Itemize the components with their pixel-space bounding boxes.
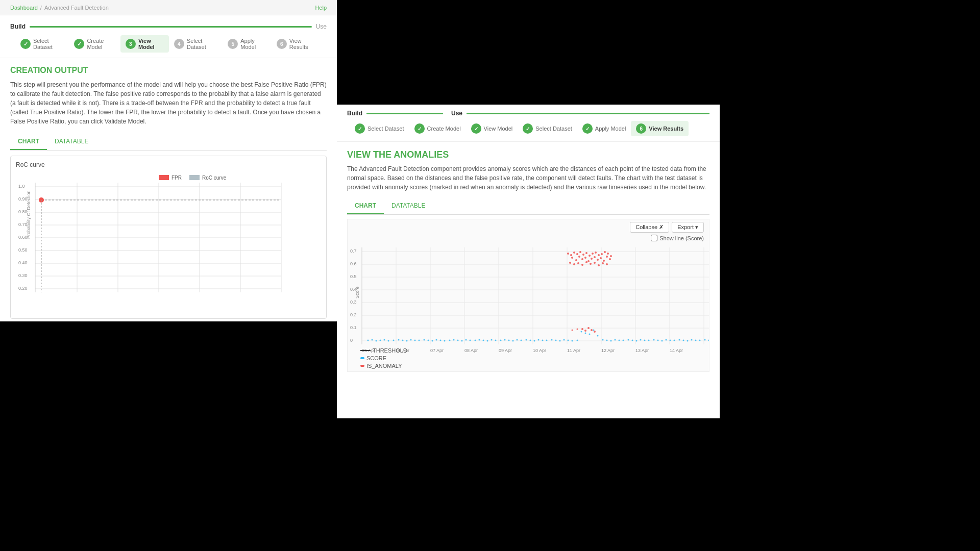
- tab-chart[interactable]: CHART: [10, 134, 47, 150]
- anomaly-dots: [567, 251, 612, 333]
- svg-point-97: [479, 339, 480, 341]
- svg-point-144: [679, 339, 680, 341]
- svg-text:0.5: 0.5: [350, 274, 357, 279]
- svg-point-118: [568, 340, 569, 341]
- right-tab-datatable[interactable]: DATATABLE: [384, 198, 433, 214]
- svg-text:14 Apr: 14 Apr: [670, 348, 683, 353]
- svg-point-123: [589, 334, 591, 335]
- score-label: SCORE: [366, 355, 386, 361]
- svg-point-127: [606, 340, 608, 341]
- svg-point-196: [572, 330, 573, 331]
- right-tab-chart[interactable]: CHART: [347, 198, 384, 214]
- svg-point-74: [380, 340, 381, 341]
- creation-output-title: CREATION OUTPUT: [10, 66, 327, 75]
- svg-point-184: [581, 264, 583, 266]
- right-step-5[interactable]: ✓ Apply Model: [577, 121, 631, 136]
- svg-text:0.50: 0.50: [18, 247, 28, 253]
- svg-point-169: [575, 259, 577, 261]
- threshold-line: [360, 350, 371, 351]
- svg-point-130: [619, 340, 620, 341]
- svg-point-189: [602, 262, 604, 264]
- right-step-1[interactable]: ✓ Select Dataset: [350, 121, 409, 136]
- svg-point-104: [508, 340, 510, 341]
- svg-point-193: [587, 327, 590, 329]
- right-step-1-circle: ✓: [355, 123, 365, 134]
- anomaly-dot: [360, 365, 364, 367]
- svg-text:0.2: 0.2: [350, 312, 357, 317]
- step-2-circle: ✓: [74, 39, 84, 49]
- svg-point-77: [393, 340, 395, 341]
- show-line-checkbox[interactable]: [651, 235, 657, 241]
- svg-point-197: [577, 329, 578, 330]
- svg-point-167: [610, 255, 612, 257]
- svg-point-89: [444, 340, 446, 342]
- svg-point-115: [555, 340, 557, 341]
- step-4-select-dataset[interactable]: 4 Select Dataset: [169, 35, 223, 53]
- step-6-view-results[interactable]: 6 View Results: [272, 35, 322, 53]
- svg-point-73: [376, 340, 377, 342]
- right-step-6-circle: 6: [636, 123, 646, 134]
- right-step-2[interactable]: ✓ Create Model: [409, 121, 466, 136]
- breadcrumb-home[interactable]: Dashboard: [10, 5, 38, 11]
- svg-point-125: [597, 335, 599, 337]
- right-step-3[interactable]: ✓ View Model: [466, 121, 518, 136]
- svg-text:0.40: 0.40: [18, 260, 28, 265]
- collapse-button[interactable]: Collapse ✗: [630, 222, 669, 233]
- svg-point-155: [573, 252, 575, 254]
- help-link[interactable]: Help: [315, 5, 327, 11]
- svg-point-122: [585, 333, 586, 334]
- score-dot: [360, 357, 364, 359]
- right-content: VIEW THE ANOMALIES The Advanced Fault De…: [337, 142, 720, 380]
- tab-datatable[interactable]: DATATABLE: [47, 134, 96, 150]
- svg-point-93: [461, 340, 463, 342]
- svg-point-132: [628, 339, 629, 341]
- step-3-view-model[interactable]: 3 View Model: [120, 35, 169, 53]
- anomaly-description: The Advanced Fault Detection component p…: [347, 164, 709, 192]
- svg-point-173: [587, 260, 590, 262]
- svg-text:13 Apr: 13 Apr: [635, 348, 649, 353]
- step-2-create-model[interactable]: ✓ Create Model: [69, 35, 120, 53]
- svg-point-75: [384, 339, 385, 341]
- right-step-6[interactable]: 6 View Results: [631, 121, 689, 136]
- svg-point-183: [577, 262, 579, 264]
- svg-point-124: [593, 330, 595, 331]
- right-step-1-label: Select Dataset: [368, 126, 404, 132]
- roc-chart-svg: FPR RoC curve 1.0 0.90 0.80 0.70 0.60 0.…: [16, 172, 321, 300]
- svg-point-190: [606, 263, 608, 265]
- svg-point-121: [581, 331, 582, 333]
- svg-point-141: [666, 339, 667, 341]
- step-5-circle: 5: [228, 39, 238, 49]
- svg-point-188: [598, 264, 600, 266]
- svg-text:0.6: 0.6: [350, 261, 357, 266]
- export-button[interactable]: Export ▾: [672, 222, 704, 233]
- svg-point-147: [691, 339, 693, 341]
- svg-point-171: [581, 258, 583, 260]
- step-3-circle: 3: [126, 39, 136, 49]
- svg-point-145: [683, 340, 684, 341]
- step-4-circle: 4: [174, 39, 184, 49]
- svg-text:Score: Score: [355, 286, 360, 298]
- step-5-apply-model[interactable]: 5 Apply Model: [223, 35, 272, 53]
- threshold-legend: THRESHOLD: [360, 347, 407, 354]
- breadcrumb-separator: /: [40, 5, 42, 11]
- svg-point-148: [695, 340, 697, 341]
- svg-text:09 Apr: 09 Apr: [499, 348, 512, 353]
- svg-point-112: [542, 340, 544, 341]
- svg-point-179: [606, 256, 608, 258]
- svg-point-138: [653, 339, 655, 341]
- svg-point-105: [512, 340, 514, 342]
- svg-point-119: [572, 340, 573, 342]
- step-1-select-dataset[interactable]: ✓ Select Dataset: [15, 35, 69, 53]
- svg-point-159: [585, 252, 587, 254]
- svg-point-192: [584, 330, 586, 332]
- svg-point-76: [388, 340, 389, 342]
- svg-point-94: [465, 339, 467, 341]
- right-use-progress: [467, 113, 709, 114]
- svg-text:11 Apr: 11 Apr: [567, 348, 580, 353]
- anomaly-title: VIEW THE ANOMALIES: [347, 149, 709, 160]
- svg-rect-0: [159, 175, 169, 180]
- step-3-label: View Model: [138, 38, 164, 50]
- svg-point-109: [530, 340, 531, 341]
- right-step-4[interactable]: ✓ Select Dataset: [518, 121, 577, 136]
- svg-point-107: [521, 340, 522, 341]
